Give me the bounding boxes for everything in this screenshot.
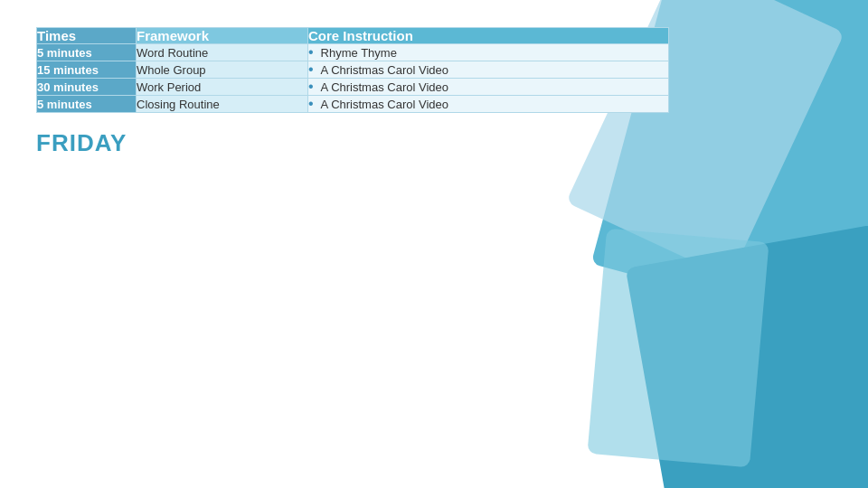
bullet-icon-1: • — [308, 61, 314, 78]
schedule-table: Times Framework Core Instruction 5 minut… — [36, 27, 669, 113]
cell-framework-0: Word Routine — [137, 44, 308, 61]
header-times: Times — [37, 28, 137, 44]
cell-core-0: •Rhyme Thyme — [308, 44, 669, 61]
cell-times-0: 5 minutes — [37, 44, 137, 61]
cell-core-2: •A Christmas Carol Video — [308, 79, 669, 96]
table-row: 5 minutesWord Routine•Rhyme Thyme — [37, 44, 669, 61]
bullet-icon-0: • — [308, 44, 314, 61]
bg-shape-4 — [587, 229, 769, 468]
cell-framework-3: Closing Routine — [137, 96, 308, 113]
cell-core-3: •A Christmas Carol Video — [308, 96, 669, 113]
cell-times-3: 5 minutes — [37, 96, 137, 113]
content-area: Times Framework Core Instruction 5 minut… — [0, 0, 868, 175]
table-row: 30 minutesWork Period•A Christmas Carol … — [37, 79, 669, 96]
cell-times-1: 15 minutes — [37, 61, 137, 79]
core-text-3: A Christmas Carol Video — [321, 98, 448, 111]
friday-label: FRIDAY — [36, 129, 832, 157]
cell-core-1: •A Christmas Carol Video — [308, 61, 669, 79]
table-row: 5 minutesClosing Routine•A Christmas Car… — [37, 96, 669, 113]
bullet-icon-3: • — [308, 96, 314, 112]
core-text-0: Rhyme Thyme — [321, 46, 397, 60]
table-row: 15 minutesWhole Group•A Christmas Carol … — [37, 61, 669, 79]
header-core-instruction: Core Instruction — [308, 28, 669, 44]
core-text-2: A Christmas Carol Video — [321, 80, 448, 94]
cell-framework-2: Work Period — [137, 79, 308, 96]
core-text-1: A Christmas Carol Video — [321, 63, 448, 77]
cell-framework-1: Whole Group — [137, 61, 308, 79]
bullet-icon-2: • — [308, 79, 314, 95]
cell-times-2: 30 minutes — [37, 79, 137, 96]
header-framework: Framework — [137, 28, 308, 44]
